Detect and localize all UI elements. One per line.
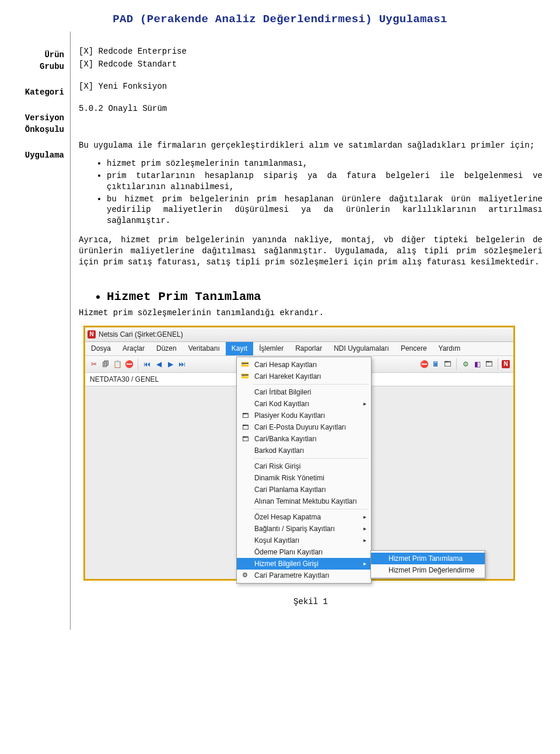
toolbar-icon-b[interactable]: 🗔 xyxy=(442,359,453,369)
menu-kayit[interactable]: Kayıt xyxy=(226,342,253,355)
menu-hizmet-bilgileri-girisi[interactable]: Hizmet Bilgileri Girişi ▸ xyxy=(237,558,371,570)
app-bullet-2: prim tutarlarının hesaplanıp sipariş ya … xyxy=(107,170,542,193)
gear-icon: ⚙ xyxy=(240,571,250,580)
chevron-right-icon: ▸ xyxy=(363,560,366,567)
menu-separator xyxy=(253,384,369,385)
menu-dinamik-risk-yonetimi[interactable]: Dinamik Risk Yönetimi xyxy=(237,472,371,484)
menu-baglanti-siparis-kayitlari[interactable]: Bağlantı / Sipariş Kayıtları ▸ xyxy=(237,523,371,535)
menu-cari-irtibat-bilgileri[interactable]: Cari İrtibat Bilgileri xyxy=(237,386,371,398)
menu-item-label: Cari Risk Girişi xyxy=(254,462,300,470)
menu-pencere[interactable]: Pencere xyxy=(395,342,433,355)
menu-item-label: Cari Parametre Kayıtları xyxy=(254,571,330,580)
chevron-right-icon: ▸ xyxy=(363,514,366,520)
app-titlebar: N Netsis Cari (Şirket:GENEL) xyxy=(85,327,513,342)
version-value: 5.0.2 Onaylı Sürüm xyxy=(79,104,542,113)
menu-dosya[interactable]: Dosya xyxy=(85,342,117,355)
app-bullet-list: hizmet prim sözleşmelerinin tanımlanması… xyxy=(79,158,542,226)
menu-cari-hareket-kayitlari[interactable]: 💳 Cari Hareket Kayıtları xyxy=(237,371,371,382)
app-icon: N xyxy=(88,330,96,338)
submenu-hizmet-prim-tanimlama[interactable]: Hizmet Prim Tanımlama xyxy=(371,553,485,564)
product-group-value-1: [X] Redcode Enterprise xyxy=(79,47,542,56)
menu-item-label: Hizmet Bilgileri Girişi xyxy=(254,560,318,568)
menu-odeme-plani-kayitlari[interactable]: Ödeme Planı Kayıtları xyxy=(237,546,371,558)
kayit-dropdown-menu: 💳 Cari Hesap Kayıtları 💳 Cari Hareket Ka… xyxy=(236,357,372,584)
menu-cari-parametre-kayitlari[interactable]: ⚙ Cari Parametre Kayıtları xyxy=(237,570,371,581)
form-icon: 🗔 xyxy=(240,423,250,432)
menu-cari-kod-kayitlari[interactable]: Cari Kod Kayıtları ▸ xyxy=(237,398,371,410)
form-icon: 🗔 xyxy=(240,411,250,420)
menu-item-label: Bağlantı / Sipariş Kayıtları xyxy=(254,525,335,533)
hizmet-bilgileri-submenu: Hizmet Prim Tanımlama Hizmet Prim Değerl… xyxy=(370,550,485,578)
app-workarea: 💳 Cari Hesap Kayıtları 💳 Cari Hareket Ka… xyxy=(85,386,513,579)
menu-item-label: Alınan Teminat Mektubu Kayıtları xyxy=(254,497,357,505)
left-column: Ürün Grubu Kategori Versiyon Önkoşulu Uy… xyxy=(0,32,70,630)
app-menubar: Dosya Araçlar Düzen Veritabanı Kayıt İşl… xyxy=(85,342,513,356)
submenu-hizmet-prim-degerlendirme[interactable]: Hizmet Prim Değerlendirme xyxy=(371,564,485,576)
menu-item-label: Dinamik Risk Yönetimi xyxy=(254,474,324,482)
menu-raporlar[interactable]: Raporlar xyxy=(289,342,328,355)
nav-next-icon[interactable]: ▶ xyxy=(165,359,176,369)
figure-caption: Şekil 1 xyxy=(79,597,542,606)
label-product-group2: Grubu xyxy=(0,62,64,71)
page-title: PAD (Perakende Analiz Değerlendirmesi) U… xyxy=(0,0,560,32)
right-column: [X] Redcode Enterprise [X] Redcode Stand… xyxy=(70,32,560,630)
app-bullet-3: bu hizmet prim belgelerinin prim hesapla… xyxy=(107,194,542,227)
toolbar-icon-c[interactable]: ⚙ xyxy=(460,359,471,369)
menu-cari-eposta-duyuru-kayitlari[interactable]: 🗔 Cari E-Posta Duyuru Kayıtları xyxy=(237,421,371,433)
copy-icon[interactable]: 🗐 xyxy=(100,359,111,369)
menu-item-label: Cari/Banka Kayıtları xyxy=(254,435,317,443)
app-paragraph-1: Bu uygulama ile firmaların gerçekleştird… xyxy=(79,140,542,151)
menu-veritabani[interactable]: Veritabanı xyxy=(183,342,226,355)
menu-item-label: Cari Kod Kayıtları xyxy=(254,400,309,408)
app-window: N Netsis Cari (Şirket:GENEL) Dosya Araçl… xyxy=(83,326,515,581)
menu-plasiyer-kodu-kayitlari[interactable]: 🗔 Plasiyer Kodu Kayıtları xyxy=(237,410,371,421)
chevron-right-icon: ▸ xyxy=(363,525,366,532)
chevron-right-icon: ▸ xyxy=(363,400,366,407)
cut-icon[interactable]: ✂ xyxy=(89,359,99,369)
menu-araclar[interactable]: Araçlar xyxy=(117,342,150,355)
menu-cari-planlama-kayitlari[interactable]: Cari Planlama Kayıtları xyxy=(237,484,371,495)
nav-prev-icon[interactable]: ◀ xyxy=(153,359,164,369)
toolbar-icon-d[interactable]: ◧ xyxy=(472,359,482,369)
toolbar-icon-a[interactable]: ⛔ xyxy=(419,359,429,369)
nav-last-icon[interactable]: ⏭ xyxy=(177,359,187,369)
menu-duzen[interactable]: Düzen xyxy=(150,342,183,355)
toolbar-separator xyxy=(138,358,138,370)
menu-islemler[interactable]: İşlemler xyxy=(253,342,289,355)
paste-icon[interactable]: 📋 xyxy=(112,359,123,369)
menu-cari-risk-girisi[interactable]: Cari Risk Girişi xyxy=(237,460,371,472)
label-application: Uygulama xyxy=(0,151,64,160)
toolbar-icon-e[interactable]: 🗔 xyxy=(484,359,494,369)
menu-cari-banka-kayitlari[interactable]: 🗔 Cari/Banka Kayıtları xyxy=(237,433,371,445)
app-title-text: Netsis Cari (Şirket:GENEL) xyxy=(99,330,183,338)
calculator-icon[interactable]: 🖩 xyxy=(430,359,441,369)
section-bullet: Hizmet Prim Tanımlama xyxy=(79,290,542,303)
menu-ndi[interactable]: NDI Uygulamaları xyxy=(328,342,395,355)
menu-ozel-hesap-kapatma[interactable]: Özel Hesap Kapatma ▸ xyxy=(237,511,371,523)
menu-item-label: Plasiyer Kodu Kayıtları xyxy=(254,411,325,420)
menu-separator xyxy=(253,509,369,509)
menu-separator xyxy=(253,458,369,459)
stop-icon[interactable]: ⛔ xyxy=(124,359,134,369)
menu-yardim[interactable]: Yardım xyxy=(433,342,467,355)
menu-alinan-teminat-mektubu-kayitlari[interactable]: Alınan Teminat Mektubu Kayıtları xyxy=(237,495,371,507)
menu-cari-hesap-kayitlari[interactable]: 💳 Cari Hesap Kayıtları xyxy=(237,359,371,371)
nav-first-icon[interactable]: ⏮ xyxy=(142,359,152,369)
toolbar-separator xyxy=(498,358,498,370)
menu-item-label: Özel Hesap Kapatma xyxy=(254,513,321,521)
menu-item-label: Barkod Kayıtları xyxy=(254,446,304,455)
menu-item-label: Cari Planlama Kayıtları xyxy=(254,486,326,494)
menu-barkod-kayitlari[interactable]: Barkod Kayıtları xyxy=(237,445,371,456)
section-heading: Hizmet Prim Tanımlama xyxy=(107,290,542,303)
product-group-value-2: [X] Redcode Standart xyxy=(79,60,542,69)
card-icon: 💳 xyxy=(240,360,250,369)
status-text: NETDATA30 / GENEL xyxy=(90,375,159,383)
menu-kosul-kayitlari[interactable]: Koşul Kayıtları ▸ xyxy=(237,535,371,546)
menu-item-label: Cari Hareket Kayıtları xyxy=(254,372,321,381)
label-product-group: Ürün xyxy=(0,50,64,60)
menu-item-label: Cari E-Posta Duyuru Kayıtları xyxy=(254,423,346,431)
app-paragraph-2: Ayrıca, hizmet prim belgelerinin yanında… xyxy=(79,235,542,268)
label-version: Versiyon xyxy=(0,113,64,123)
app-bullet-1: hizmet prim sözleşmelerinin tanımlanması… xyxy=(107,158,542,169)
app-icon-small[interactable]: N xyxy=(502,360,510,368)
